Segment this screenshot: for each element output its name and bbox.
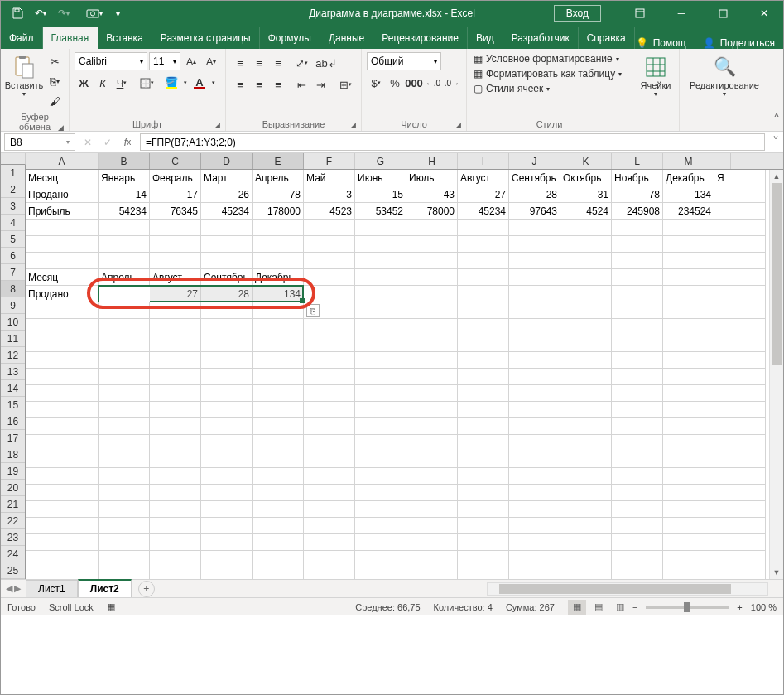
cell[interactable] [560, 385, 612, 402]
cell[interactable] [458, 319, 509, 335]
cell[interactable] [714, 385, 766, 402]
fill-color-button[interactable]: 🪣 [162, 74, 180, 92]
cell[interactable] [201, 253, 253, 269]
cell[interactable] [663, 269, 714, 286]
align-right-button[interactable]: ≡ [269, 75, 287, 94]
cell[interactable] [26, 451, 99, 468]
cell[interactable] [663, 236, 714, 253]
decrease-decimal-button[interactable]: .0→ [443, 74, 461, 92]
horizontal-scrollbar[interactable] [487, 582, 768, 596]
cell[interactable] [714, 286, 766, 302]
page-layout-view-button[interactable]: ▤ [589, 600, 608, 615]
cell[interactable] [560, 551, 612, 567]
cell[interactable] [406, 501, 458, 518]
cell[interactable] [150, 551, 201, 567]
cell[interactable] [253, 302, 304, 319]
column-header[interactable]: D [201, 153, 253, 169]
tab-formulas[interactable]: Формулы [260, 27, 320, 49]
cell[interactable] [201, 518, 253, 534]
cell[interactable] [99, 335, 150, 352]
cell[interactable] [406, 352, 458, 369]
cell[interactable] [26, 435, 99, 451]
cell[interactable] [253, 485, 304, 501]
cell[interactable] [99, 468, 150, 485]
cell[interactable] [406, 269, 458, 286]
formula-input[interactable]: =ГПР(B7;A1:Y3;2;0) [140, 133, 765, 151]
cell[interactable] [509, 518, 560, 534]
cell[interactable] [201, 485, 253, 501]
copy-button[interactable]: ⎘▾ [46, 72, 64, 90]
cell[interactable] [612, 501, 663, 518]
share-button[interactable]: Поделиться [720, 37, 775, 49]
cell[interactable] [304, 286, 355, 302]
cell[interactable] [253, 468, 304, 485]
row-header[interactable]: 4 [1, 215, 25, 231]
cell[interactable] [201, 567, 253, 579]
tab-review[interactable]: Рецензирование [373, 27, 468, 49]
cell[interactable] [509, 302, 560, 319]
column-header[interactable]: E [253, 153, 304, 169]
cell[interactable] [304, 385, 355, 402]
clipboard-launcher[interactable]: ◢ [58, 123, 64, 132]
cell[interactable] [612, 236, 663, 253]
align-middle-button[interactable]: ≡ [250, 54, 268, 72]
cell[interactable] [509, 220, 560, 236]
format-painter-button[interactable]: 🖌 [46, 92, 64, 110]
orientation-button[interactable]: ⤢▾ [292, 54, 310, 72]
cell[interactable] [99, 319, 150, 335]
cell[interactable] [201, 352, 253, 369]
cell[interactable] [714, 418, 766, 435]
cell[interactable] [612, 518, 663, 534]
cell[interactable] [612, 220, 663, 236]
cell[interactable] [560, 352, 612, 369]
cell[interactable] [663, 485, 714, 501]
horizontal-scroll-thumb[interactable] [499, 584, 731, 594]
row-header[interactable]: 6 [1, 248, 25, 264]
cell[interactable] [99, 518, 150, 534]
conditional-formatting-button[interactable]: ▦Условное форматирование▾ [472, 52, 623, 65]
cell[interactable] [406, 518, 458, 534]
cell[interactable] [26, 302, 99, 319]
cell[interactable] [663, 418, 714, 435]
cell[interactable]: Продано [26, 186, 99, 203]
cell[interactable] [304, 418, 355, 435]
cell[interactable] [406, 451, 458, 468]
cell[interactable] [253, 352, 304, 369]
cell[interactable] [560, 236, 612, 253]
cell[interactable] [355, 501, 406, 518]
cell[interactable] [26, 335, 99, 352]
cell[interactable] [253, 451, 304, 468]
cell[interactable] [201, 501, 253, 518]
cell[interactable] [509, 286, 560, 302]
collapse-ribbon-button[interactable]: ˄ [769, 109, 783, 131]
cell[interactable] [714, 468, 766, 485]
cell[interactable] [406, 418, 458, 435]
cell[interactable]: Ноябрь [612, 170, 663, 186]
cell[interactable] [509, 335, 560, 352]
cell[interactable]: Июнь [355, 170, 406, 186]
font-size-select[interactable]: 11▾ [149, 52, 180, 70]
cell[interactable] [612, 286, 663, 302]
insert-function-button[interactable]: fx [118, 137, 137, 148]
cell[interactable] [509, 319, 560, 335]
cell[interactable] [99, 236, 150, 253]
cell[interactable] [663, 220, 714, 236]
cell[interactable]: Январь [99, 170, 150, 186]
cell[interactable] [253, 534, 304, 551]
row-header[interactable]: 11 [1, 331, 25, 347]
cell[interactable] [150, 518, 201, 534]
increase-font-button[interactable]: A▴ [182, 52, 200, 70]
cell[interactable] [26, 551, 99, 567]
cell[interactable] [150, 418, 201, 435]
cell[interactable] [458, 418, 509, 435]
cell[interactable] [99, 418, 150, 435]
cell[interactable] [150, 534, 201, 551]
cell[interactable] [355, 269, 406, 286]
cell[interactable] [355, 451, 406, 468]
cell[interactable] [99, 385, 150, 402]
cell[interactable] [253, 385, 304, 402]
align-center-button[interactable]: ≡ [250, 75, 268, 94]
cell[interactable] [150, 567, 201, 579]
cell[interactable] [150, 369, 201, 385]
cell[interactable] [26, 369, 99, 385]
